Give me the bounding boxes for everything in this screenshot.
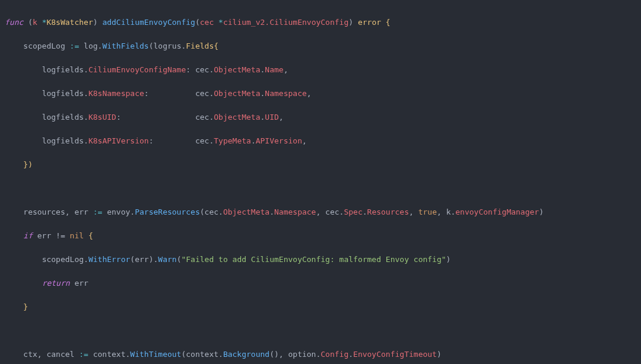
- receiver-var: k: [33, 18, 42, 27]
- code-line: func (k *K8sWatcher) addCiliumEnvoyConfi…: [0, 17, 641, 28]
- code-line: }: [0, 301, 641, 313]
- code-line: [0, 183, 641, 194]
- keyword-func: func: [5, 18, 23, 27]
- code-block: func (k *K8sWatcher) addCiliumEnvoyConfi…: [0, 0, 641, 364]
- func-name: addCiliumEnvoyConfig: [102, 18, 195, 27]
- code-line: scopedLog := log.WithFields(logrus.Field…: [0, 40, 641, 52]
- code-line: resources, err := envoy.ParseResources(c…: [0, 206, 641, 218]
- code-line: [0, 325, 641, 337]
- code-line: }): [0, 159, 641, 171]
- type-name: K8sWatcher: [46, 18, 93, 27]
- code-line: ctx, cancel := context.WithTimeout(conte…: [0, 349, 641, 360]
- code-line: return err: [0, 277, 641, 289]
- code-line: logfields.K8sNamespace: cec.ObjectMeta.N…: [0, 88, 641, 100]
- code-line: logfields.CiliumEnvoyConfigName: cec.Obj…: [0, 64, 641, 76]
- code-line: if err != nil {: [0, 230, 641, 242]
- code-line: logfields.K8sAPIVersion: cec.TypeMeta.AP…: [0, 135, 641, 147]
- code-line: logfields.K8sUID: cec.ObjectMeta.UID,: [0, 111, 641, 123]
- code-line: scopedLog.WithError(err).Warn("Failed to…: [0, 254, 641, 266]
